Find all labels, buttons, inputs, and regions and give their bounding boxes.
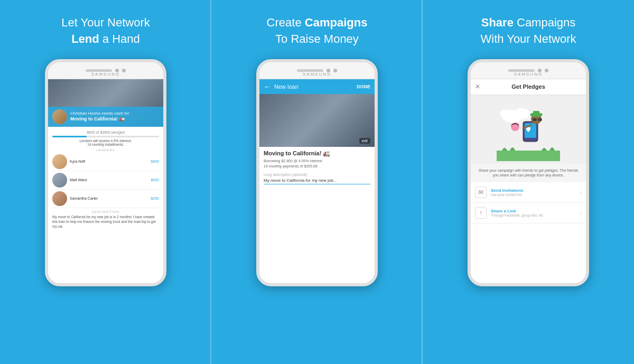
- svg-rect-12: [497, 151, 560, 161]
- svg-point-1: [514, 108, 530, 119]
- phone3-top: [471, 62, 586, 79]
- lender-avatar-0: [52, 154, 67, 169]
- panel-share: Share Campaigns With Your Network SAMSUN…: [423, 0, 634, 364]
- hero-text: Christian Hoxha needs cash for Moving to…: [70, 111, 129, 123]
- phone3: SAMSUNG ✕ Get Pledges: [468, 59, 589, 286]
- lender-row-0: Kyra Neff $300: [52, 153, 159, 171]
- hero-overlay: Christian Hoxha needs cash for Moving to…: [48, 107, 163, 127]
- screen2-body: Moving to California! 🚛 Borrowing $2,800…: [259, 147, 375, 283]
- illustration: [471, 95, 586, 164]
- lender-name-0: Kyra Neff: [70, 160, 148, 163]
- phone3-brand: SAMSUNG: [471, 72, 586, 77]
- avatar1: [52, 109, 67, 124]
- panel-lend: Let Your Network Lend a Hand SAMSUNG Chr…: [0, 0, 211, 364]
- screen3-body: Share your campaign with friends to get …: [471, 95, 586, 283]
- svg-rect-8: [533, 118, 537, 121]
- screen3-title: Get Pledges: [486, 83, 571, 90]
- svg-rect-7: [533, 111, 539, 116]
- screen2-title: New loan: [274, 83, 357, 90]
- svg-rect-9: [538, 118, 542, 121]
- panel-campaigns: Create Campaigns To Raise Money SAMSUNG …: [211, 0, 423, 364]
- close-icon[interactable]: ✕: [475, 83, 486, 90]
- phone1-screen: Christian Hoxha needs cash for Moving to…: [48, 79, 163, 283]
- phone1-brand: SAMSUNG: [48, 72, 163, 77]
- interest-text: Lenders will receive 4.5% interest. 14 m…: [52, 139, 159, 146]
- lender-avatar-1: [52, 173, 67, 188]
- phone1: SAMSUNG Christian Hoxha needs cash for M…: [45, 59, 166, 286]
- lender-amount-0: $300: [151, 160, 159, 163]
- lenders-label: LENDERS: [52, 148, 159, 152]
- send-invitations-label: Send Invitations: [491, 188, 576, 193]
- phone2: SAMSUNG ← New loan DONE edit Moving to C…: [256, 59, 378, 286]
- share-link-label: Share a Link: [491, 209, 576, 213]
- desc-text: My move to California for my new job is …: [52, 214, 159, 229]
- lender-amount-1: $400: [151, 178, 159, 182]
- svg-point-2: [500, 109, 512, 118]
- phone3-screen: ✕ Get Pledges: [471, 79, 586, 283]
- lender-row-2: Samantha Carter $200: [52, 190, 159, 208]
- chevron-right2-icon: ›: [580, 210, 582, 216]
- screen2-header: ← New loan DONE: [259, 79, 375, 94]
- panel2-title: Create Campaigns To Raise Money: [267, 15, 368, 48]
- actions-list: ✉ Send Invitations Use your contact list…: [471, 182, 586, 283]
- pledged-text: $900 of $2800 pledged: [52, 130, 159, 134]
- action-text-1: Share a Link Through Facebook, group tex…: [491, 209, 576, 217]
- action-text-0: Send Invitations Use your contact list: [491, 188, 576, 197]
- loan-details: Borrowing $2,800 @ 4.50% interest 14 mon…: [264, 158, 370, 170]
- panel1-title: Let Your Network Lend a Hand: [61, 15, 150, 48]
- share-icon: ↑: [475, 207, 487, 219]
- action-row-0[interactable]: ✉ Send Invitations Use your contact list…: [471, 182, 586, 203]
- edit-button[interactable]: edit: [359, 138, 370, 144]
- lender-name-2: Samantha Carter: [70, 197, 148, 200]
- progress-fill: [52, 136, 87, 137]
- screen1-body: $900 of $2800 pledged Lenders will recei…: [48, 127, 163, 283]
- phone2-brand: SAMSUNG: [259, 72, 375, 77]
- action-row-1[interactable]: ↑ Share a Link Through Facebook, group t…: [471, 203, 586, 223]
- phone2-screen: ← New loan DONE edit Moving to Californi…: [259, 79, 375, 283]
- lender-avatar-2: [52, 191, 67, 206]
- send-invitations-sub: Use your contact list: [491, 193, 576, 197]
- loan-title: Moving to California! 🚛: [264, 150, 370, 157]
- hero-image2: edit: [259, 94, 375, 147]
- long-desc-label: Long description (optional): [264, 173, 370, 176]
- done-button[interactable]: DONE: [357, 84, 370, 89]
- panel3-title: Share Campaigns With Your Network: [481, 15, 576, 48]
- phone2-top: [259, 62, 375, 79]
- back-icon[interactable]: ←: [264, 82, 271, 91]
- lender-row-1: Matt Ward $400: [52, 171, 159, 190]
- phone1-top: [48, 62, 163, 79]
- lender-name-1: Matt Ward: [70, 178, 148, 182]
- share-link-sub: Through Facebook, group text, etc: [491, 213, 576, 217]
- progress-bar: [52, 136, 159, 137]
- screen3-header: ✕ Get Pledges: [471, 79, 586, 95]
- chevron-right-icon: ›: [580, 190, 582, 195]
- hero-image1: Christian Hoxha needs cash for Moving to…: [48, 79, 163, 127]
- desc-label: DESCRIPTION: [52, 210, 159, 213]
- long-desc-input[interactable]: My move to California for my new job...: [264, 178, 370, 184]
- lender-amount-2: $200: [151, 197, 159, 200]
- share-desc: Share your campaign with friends to get …: [471, 164, 586, 183]
- envelope-icon: ✉: [475, 186, 487, 198]
